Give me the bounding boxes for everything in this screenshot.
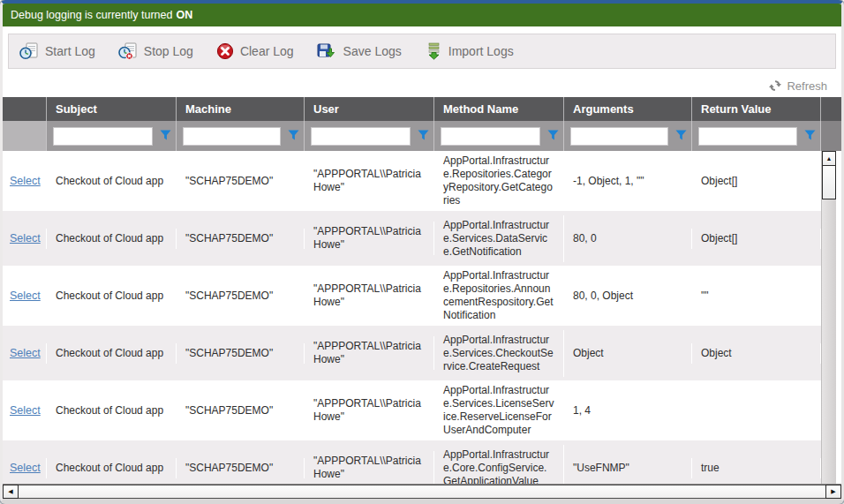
header-machine[interactable]: Machine xyxy=(177,97,305,121)
cell-user: "APPPORTAL\\PatriciaHowe" xyxy=(305,164,434,198)
vertical-scroll-thumb[interactable] xyxy=(822,166,836,199)
filter-funnel-icon-arguments[interactable] xyxy=(675,130,687,140)
table-header: Subject Machine User Method Name Argumen… xyxy=(3,97,841,121)
select-link[interactable]: Select xyxy=(10,404,41,417)
cell-return-value: true xyxy=(692,458,821,478)
save-logs-icon xyxy=(317,42,337,60)
start-log-label: Start Log xyxy=(45,44,95,58)
filter-input-arguments[interactable] xyxy=(570,127,668,146)
filter-select-cell xyxy=(3,121,47,151)
refresh-label: Refresh xyxy=(787,79,827,93)
banner-message: Debug logging is currently turned xyxy=(11,9,172,21)
header-user[interactable]: User xyxy=(305,97,434,121)
cell-method-name: AppPortal.Infrastructure.Services.Licens… xyxy=(434,380,564,440)
cell-arguments: Object xyxy=(564,343,692,364)
filter-input-user[interactable] xyxy=(311,127,411,146)
cell-arguments: -1, Object, 1, "" xyxy=(564,171,692,192)
filter-input-subject[interactable] xyxy=(53,127,153,146)
cell-return-value: Object[] xyxy=(692,229,821,249)
table-row: Select Checkout of Cloud app "SCHAP75DEM… xyxy=(3,151,821,211)
table-row: Select Checkout of Cloud app "SCHAP75DEM… xyxy=(3,380,821,440)
cell-subject: Checkout of Cloud app xyxy=(47,171,177,192)
cell-machine: "SCHAP75DEMO" xyxy=(177,458,305,478)
cell-arguments: 80, 0, Object xyxy=(564,286,692,306)
filter-row xyxy=(3,121,841,151)
start-log-icon xyxy=(19,42,39,60)
cell-machine: "SCHAP75DEMO" xyxy=(177,343,305,364)
cell-subject: Checkout of Cloud app xyxy=(47,401,177,421)
select-link[interactable]: Select xyxy=(10,347,41,359)
stop-log-label: Stop Log xyxy=(144,44,193,58)
debug-status-banner: Debug logging is currently turned ON xyxy=(3,4,841,26)
header-method-name[interactable]: Method Name xyxy=(434,97,564,121)
cell-method-name: AppPortal.Infrastructure.Services.DataSe… xyxy=(434,215,564,262)
stop-log-icon xyxy=(118,42,138,60)
toolbar: Start Log xyxy=(8,34,836,69)
cell-machine: "SCHAP75DEMO" xyxy=(177,171,305,192)
filter-input-return-value[interactable] xyxy=(698,127,797,146)
scroll-left-button[interactable]: ◀ xyxy=(3,485,19,499)
cell-subject: Checkout of Cloud app xyxy=(47,286,177,306)
cell-user: "APPPORTAL\\PatriciaHowe" xyxy=(305,222,434,255)
clear-log-label: Clear Log xyxy=(240,44,294,58)
clear-log-button[interactable]: Clear Log xyxy=(216,42,294,60)
filter-input-machine[interactable] xyxy=(183,127,281,146)
select-link[interactable]: Select xyxy=(10,175,41,187)
cell-user: "APPPORTAL\\PatriciaHowe" xyxy=(305,451,434,484)
save-logs-button[interactable]: Save Logs xyxy=(317,42,402,60)
horizontal-scroll-thumb[interactable] xyxy=(19,485,825,499)
start-log-button[interactable]: Start Log xyxy=(19,42,95,60)
cell-machine: "SCHAP75DEMO" xyxy=(177,229,305,249)
toolbar-wrap: Start Log xyxy=(3,26,841,74)
refresh-icon xyxy=(769,79,781,92)
header-subject[interactable]: Subject xyxy=(47,97,177,121)
stop-log-button[interactable]: Stop Log xyxy=(118,42,193,60)
cell-user: "APPPORTAL\\PatriciaHowe" xyxy=(305,336,434,370)
filter-funnel-icon-method-name[interactable] xyxy=(547,130,559,140)
filter-funnel-icon-return-value[interactable] xyxy=(804,130,816,140)
select-link[interactable]: Select xyxy=(10,232,41,244)
save-logs-label: Save Logs xyxy=(343,44,402,58)
filter-input-method-name[interactable] xyxy=(441,127,540,146)
cell-return-value: Object[] xyxy=(692,171,821,192)
cell-machine: "SCHAP75DEMO" xyxy=(177,401,305,421)
refresh-button[interactable]: Refresh xyxy=(769,79,827,93)
cell-arguments: "UseFNMP" xyxy=(564,458,692,478)
cell-method-name: AppPortal.Infrastructure.Repositories.An… xyxy=(434,266,564,326)
cell-user: "APPPORTAL\\PatriciaHowe" xyxy=(305,394,434,427)
select-link[interactable]: Select xyxy=(10,290,41,302)
filter-funnel-icon-user[interactable] xyxy=(418,130,429,140)
horizontal-scrollbar[interactable]: ◀ ▶ xyxy=(3,484,841,499)
import-logs-label: Import Logs xyxy=(448,44,514,58)
cell-subject: Checkout of Cloud app xyxy=(47,458,177,478)
import-logs-icon xyxy=(425,42,442,60)
vertical-scrollbar[interactable]: ▲ xyxy=(821,151,836,484)
table-body: Select Checkout of Cloud app "SCHAP75DEM… xyxy=(3,151,821,484)
cell-return-value: Object xyxy=(692,343,821,364)
header-arguments[interactable]: Arguments xyxy=(564,97,692,121)
table-row: Select Checkout of Cloud app "SCHAP75DEM… xyxy=(3,326,821,380)
scroll-up-button[interactable]: ▲ xyxy=(822,151,836,166)
filter-funnel-icon-subject[interactable] xyxy=(160,130,171,140)
table-row: Select Checkout of Cloud app "SCHAP75DEM… xyxy=(3,266,821,326)
filter-filler xyxy=(821,121,841,151)
header-select-column xyxy=(3,97,47,121)
import-logs-button[interactable]: Import Logs xyxy=(425,42,514,60)
cell-arguments: 1, 4 xyxy=(564,401,692,421)
cell-arguments: 80, 0 xyxy=(564,229,692,249)
left-arrow-icon: ◀ xyxy=(8,488,12,495)
select-link[interactable]: Select xyxy=(10,462,41,474)
up-arrow-icon: ▲ xyxy=(826,155,833,162)
banner-state: ON xyxy=(176,9,192,21)
cell-method-name: AppPortal.Infrastructure.Repositories.Ca… xyxy=(434,151,564,211)
cell-method-name: AppPortal.Infrastructure.Services.Checko… xyxy=(434,330,564,377)
debug-log-window: Debug logging is currently turned ON xyxy=(0,0,844,504)
header-return-value[interactable]: Return Value xyxy=(692,97,821,121)
cell-user: "APPPORTAL\\PatriciaHowe" xyxy=(305,279,434,312)
right-arrow-icon: ▶ xyxy=(831,488,835,495)
cell-machine: "SCHAP75DEMO" xyxy=(177,286,305,306)
cell-subject: Checkout of Cloud app xyxy=(47,229,177,249)
filter-funnel-icon-machine[interactable] xyxy=(288,130,299,140)
cell-return-value: "" xyxy=(692,286,821,306)
scroll-right-button[interactable]: ▶ xyxy=(825,485,841,499)
